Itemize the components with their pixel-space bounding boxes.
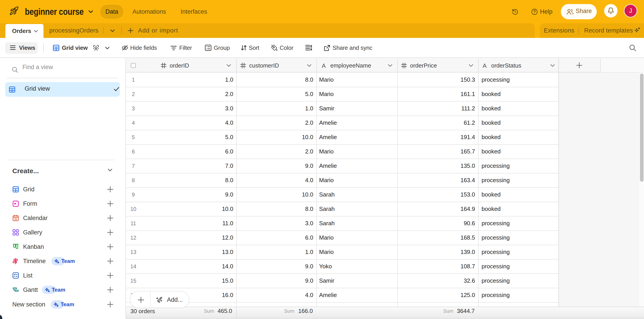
svg-text:31: 31 xyxy=(14,218,17,220)
